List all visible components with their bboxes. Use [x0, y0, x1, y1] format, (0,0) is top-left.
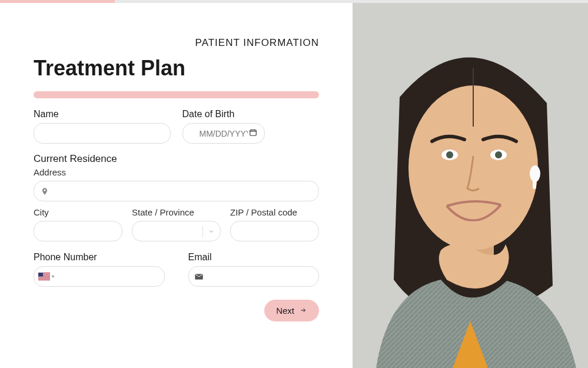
phone-label: Phone Number — [34, 252, 165, 263]
field-zip: ZIP / Postal code — [230, 207, 319, 241]
svg-point-5 — [446, 151, 453, 158]
main-container: PATIENT INFORMATION Treatment Plan Name … — [0, 0, 588, 368]
dob-input-wrap[interactable] — [182, 123, 265, 144]
calendar-icon[interactable] — [249, 128, 257, 138]
progress-bar — [34, 91, 319, 98]
svg-rect-0 — [250, 130, 256, 135]
next-button[interactable]: Next — [264, 300, 319, 321]
field-phone: Phone Number ▾ — [34, 252, 165, 287]
country-flag-selector[interactable]: ▾ — [38, 273, 54, 280]
next-button-row: Next — [34, 300, 319, 321]
city-label: City — [34, 207, 122, 217]
zip-input[interactable] — [230, 221, 319, 241]
name-input[interactable] — [34, 123, 171, 144]
field-name: Name — [34, 109, 171, 144]
zip-label: ZIP / Postal code — [230, 207, 319, 217]
location-pin-icon — [41, 187, 49, 195]
dob-input[interactable] — [191, 123, 256, 144]
address-input-wrap — [34, 181, 319, 201]
address-label: Address — [34, 167, 319, 177]
email-input[interactable] — [188, 266, 320, 287]
chevron-down-icon: ▾ — [52, 274, 54, 279]
svg-rect-9 — [533, 178, 536, 189]
envelope-icon — [194, 273, 204, 280]
us-flag-icon — [38, 273, 50, 280]
chevron-down-icon[interactable] — [202, 226, 215, 237]
email-label: Email — [188, 252, 320, 263]
residence-label: Current Residence — [34, 153, 319, 165]
field-email: Email — [188, 252, 320, 287]
field-city: City — [34, 207, 122, 241]
form-grid: Name Date of Birth Current Residence Add… — [34, 109, 319, 321]
state-label: State / Province — [132, 207, 221, 217]
hero-image — [353, 3, 588, 368]
form-panel: PATIENT INFORMATION Treatment Plan Name … — [0, 3, 353, 368]
address-input[interactable] — [34, 181, 319, 201]
email-input-wrap — [188, 266, 320, 287]
field-state: State / Province — [132, 207, 221, 241]
name-label: Name — [34, 109, 171, 120]
city-input[interactable] — [34, 221, 122, 241]
phone-input-wrap: ▾ — [34, 266, 165, 287]
state-select-wrap[interactable] — [132, 221, 221, 241]
page-title: Treatment Plan — [34, 56, 319, 81]
field-dob: Date of Birth — [182, 109, 320, 144]
row-city-state-zip: City State / Province ZIP / Postal code — [34, 207, 319, 241]
next-button-label: Next — [276, 306, 294, 316]
field-address: Address — [34, 167, 319, 201]
section-label: PATIENT INFORMATION — [34, 37, 319, 49]
row-phone-email: Phone Number ▾ Email — [34, 252, 319, 287]
arrow-right-icon — [299, 306, 307, 316]
dob-label: Date of Birth — [182, 109, 320, 120]
svg-point-7 — [495, 151, 502, 158]
